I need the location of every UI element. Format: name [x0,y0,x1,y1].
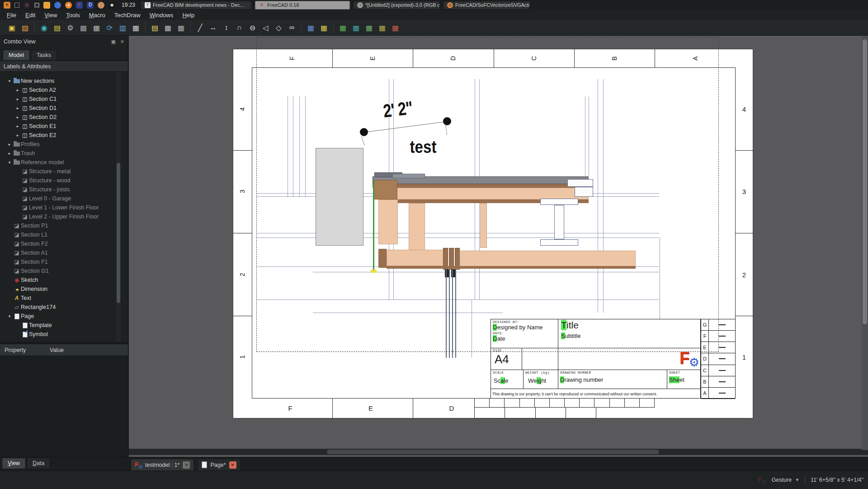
tree-item-structure-wood[interactable]: ◪Structure - wood [0,176,128,185]
annotation-text[interactable]: test [399,137,447,157]
subtitle-value[interactable]: Subtitle [561,332,701,339]
horizontal-scrollbar[interactable] [129,449,868,455]
arch-view-button[interactable]: ▦ [363,22,375,34]
designed-by-value[interactable]: Designed by Name [493,324,558,331]
menu-help[interactable]: Help [178,11,198,19]
angle-dimension-button[interactable]: ◁ [259,22,272,34]
tree-scrollbar[interactable] [116,72,121,342]
tree-scrollbar-thumb[interactable] [117,163,120,303]
tree-item-section-d2[interactable]: ▸◫Section D2 [0,113,128,122]
cad-launcher-icon[interactable]: D [87,2,94,9]
close-panel-icon[interactable]: ✕ [120,39,124,45]
horizontal-scrollbar-thumb[interactable] [327,450,659,454]
geometric-hatch-button[interactable]: ▦ [318,22,330,34]
dimension-endpoint[interactable] [360,128,368,136]
close-icon[interactable]: ✕ [183,461,190,469]
sheet-value[interactable]: Sheet [669,376,701,383]
page-template-button[interactable]: ▤ [149,22,161,34]
tree-item-level-2-upper-finish-floor[interactable]: ◪Level 2 - Upper Finish Floor [0,212,128,221]
freecad-launcher-icon[interactable]: F [76,2,83,9]
tree-item-section-a2[interactable]: ▸◫Section A2 [0,85,128,95]
tree-item-section-g1[interactable]: ◪Section G1 [0,266,128,275]
terminal-launcher-icon[interactable]: ▢ [34,3,39,8]
export-page-button[interactable]: ▥ [117,22,129,34]
vertical-dimension-button[interactable]: ↕ [220,22,232,34]
weight-value[interactable]: Weight [525,377,558,384]
hand-launcher-icon[interactable] [98,2,104,9]
chevron-right-icon[interactable]: ▸ [14,115,21,119]
browser-launcher-icon[interactable]: ◔ [54,2,61,9]
horizontal-dimension-button[interactable]: ↔ [207,22,219,34]
chevron-right-icon[interactable]: ▸ [6,151,13,156]
menu-techdraw[interactable]: TechDraw [110,11,145,19]
close-window-button[interactable]: ✕ [4,2,10,9]
menu-view[interactable]: View [40,11,61,19]
projection-group-button[interactable]: ▦ [90,22,103,34]
dimension-endpoint[interactable] [443,117,451,125]
inkscape-launcher-icon[interactable]: ◆ [108,2,115,9]
tab-model[interactable]: Model [3,50,30,60]
arch-section-button[interactable]: ▦ [376,22,388,34]
menu-macro[interactable]: Macro [85,11,109,19]
tree-item-dimension[interactable]: ◂▸Dimension [0,285,128,294]
chevron-down-icon[interactable]: ▾ [6,314,13,318]
spreadsheet-view-button[interactable]: ▦ [162,22,174,34]
techdraw-page[interactable]: FEDCBAFED44332211 2' 2" test DESIGNED BY… [233,49,753,418]
link-dimension-button[interactable]: ∞ [286,22,298,34]
toggle-frames-button[interactable]: ▦ [350,22,362,34]
tree-item-section-l1[interactable]: ◪Section L1 [0,230,128,239]
tree-item-structure-metal[interactable]: ◪Structure - metal [0,167,128,176]
document-tab-2[interactable]: Page*✕ [198,459,240,470]
menu-edit[interactable]: Edit [21,11,39,19]
vertical-scrollbar-thumb[interactable] [863,39,867,324]
tree-item-section-e2[interactable]: ▸◫Section E2 [0,131,128,140]
taskbar-window-1[interactable]: TFreeCAD BIM development news - Dec... [141,1,252,9]
tree-item-page[interactable]: ▾Page [0,312,128,321]
tree-item-profiles[interactable]: ▸Profiles [0,140,128,149]
drawing-canvas[interactable]: FEDCBAFED44332211 2' 2" test DESIGNED BY… [129,36,868,457]
chevron-right-icon[interactable]: ▸ [14,124,21,128]
tree-item-reference-model[interactable]: ▾Reference model [0,158,128,167]
tree-item-template[interactable]: Template [0,321,128,330]
chevron-down-icon[interactable]: ▼ [795,478,799,482]
tree-item-level-1-lower-finish-floor[interactable]: ◪Level 1 - Lower Finish Floor [0,203,128,212]
diameter-dimension-button[interactable]: ⊖ [246,22,259,34]
vertical-scrollbar[interactable] [862,36,868,450]
taskbar-window-4[interactable]: ◍FreeCAD/SoFCVectorizeSVGAction.cpp ... [443,1,530,9]
tree-item-section-c1[interactable]: ▸◫Section C1 [0,95,128,104]
tree-item-section-a1[interactable]: ◪Section A1 [0,248,128,257]
chevron-down-icon[interactable]: ▾ [6,160,13,165]
redraw-page-button[interactable]: ⚙ [64,22,76,34]
title-value[interactable]: Title [561,320,701,331]
symbol-button[interactable]: ▦ [389,22,401,34]
chevron-down-icon[interactable]: ▾ [6,79,13,83]
tree-item-text[interactable]: AText [0,294,128,303]
tree-item-rectangle174[interactable]: ▱Rectangle174 [0,303,128,312]
length-dimension-button[interactable]: ╱ [194,22,206,34]
float-panel-icon[interactable]: ▣ [111,39,115,45]
open-document-button[interactable]: ▨ [19,22,31,34]
document-tab-1[interactable]: F⚙testmodel : 1*✕ [131,459,194,470]
chevron-right-icon[interactable]: ▸ [6,142,13,147]
distro-logo[interactable]: ◎ [24,2,30,9]
clip-group-button[interactable]: ▦ [175,22,187,34]
taskbar-window-2[interactable]: FFreeCAD 0.18 [255,1,350,9]
new-page-button[interactable]: ▤ [51,22,63,34]
title-block[interactable]: DESIGNED BY: Designed by Name DATE: Date… [491,319,701,399]
chevron-right-icon[interactable]: ▸ [14,106,21,110]
insert-table-button[interactable]: ▦ [130,22,142,34]
date-value[interactable]: Date [493,335,558,342]
tree-item-section-d1[interactable]: ▸◫Section D1 [0,104,128,113]
navigation-mode[interactable]: Gesture [772,477,792,483]
tab-data[interactable]: Data [27,458,50,469]
tree-item-section-f2[interactable]: ◪Section F2 [0,239,128,248]
tree-item-level-0-garage[interactable]: ◪Level 0 - Garage [0,194,128,203]
chevron-right-icon[interactable]: ▸ [14,97,21,101]
fit-view-button[interactable]: ◉ [38,22,50,34]
tree-item-structure-joists[interactable]: ◪Structure - joists [0,185,128,194]
tree-item-section-f1[interactable]: ◪Section F1 [0,257,128,266]
menu-windows[interactable]: Windows [146,11,178,19]
drawing-number-value[interactable]: Drawing number [560,376,667,383]
close-icon[interactable]: ✕ [229,461,236,469]
chevron-right-icon[interactable]: ▸ [14,133,21,138]
